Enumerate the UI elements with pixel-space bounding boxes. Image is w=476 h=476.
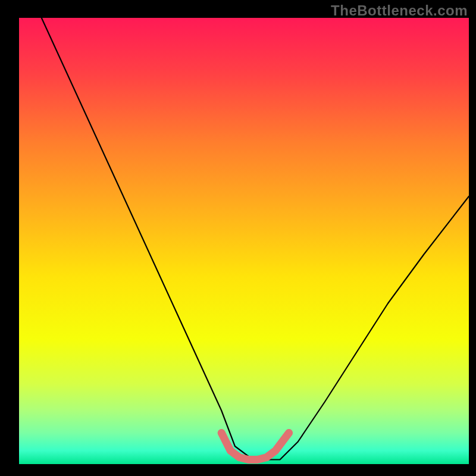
watermark-text: TheBottleneck.com <box>331 2 468 19</box>
bottleneck-chart <box>0 0 476 476</box>
chart-container: TheBottleneck.com <box>0 0 476 476</box>
plot-background <box>19 18 469 464</box>
